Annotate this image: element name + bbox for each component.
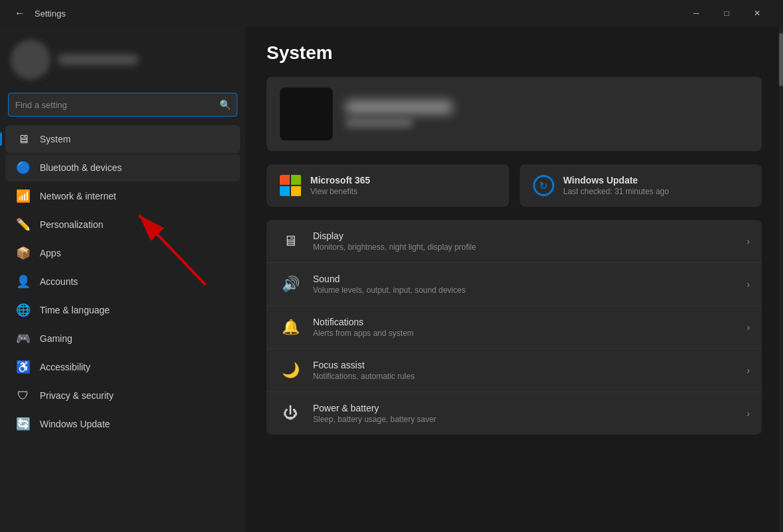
profile-card-info	[346, 101, 749, 127]
sidebar-item-network[interactable]: 📶Network & internet	[5, 182, 240, 210]
focus-subtitle: Notifications, automatic rules	[313, 372, 736, 381]
network-nav-icon: 📶	[16, 189, 30, 203]
sidebar-item-label-network: Network & internet	[40, 191, 116, 201]
settings-item-power[interactable]: ⏻ Power & battery Sleep, battery usage, …	[267, 392, 762, 435]
sidebar-item-label-accessibility: Accessibility	[40, 362, 90, 372]
notifications-chevron: ›	[747, 322, 750, 333]
back-button[interactable]: ←	[11, 4, 29, 23]
privacy-nav-icon: 🛡	[16, 388, 30, 403]
sidebar-item-system[interactable]: 🖥System	[5, 125, 240, 153]
sidebar-item-apps[interactable]: 📦Apps	[5, 239, 240, 267]
sidebar-item-accounts[interactable]: 👤Accounts	[5, 268, 240, 295]
sidebar-item-label-personalization: Personalization	[40, 219, 103, 230]
windows-update-text: Windows Update Last checked: 31 minutes …	[564, 175, 669, 196]
settings-item-sound[interactable]: 🔊 Sound Volume levels, output, input, so…	[267, 263, 762, 306]
main-layout: 🔍 🖥System🔵Bluetooth & devices📶Network & …	[0, 27, 783, 532]
app-title: Settings	[34, 9, 66, 19]
sound-title: Sound	[313, 274, 736, 284]
page-title: System	[267, 42, 762, 64]
profile-card-name	[346, 101, 452, 114]
focus-text: Focus assist Notifications, automatic ru…	[313, 360, 736, 381]
profile-card[interactable]	[267, 77, 762, 151]
quick-cards: Microsoft 365 View benefits ↻ Windows Up…	[267, 164, 762, 207]
profile-card-detail	[346, 118, 412, 127]
scrollbar-thumb	[779, 33, 783, 86]
scrollbar-track[interactable]	[779, 27, 783, 532]
power-icon: ⏻	[278, 401, 302, 425]
notifications-text: Notifications Alerts from apps and syste…	[313, 317, 736, 338]
sidebar-item-label-update: Windows Update	[40, 419, 110, 429]
content-area: System Microsoft 365 View benefits	[245, 27, 783, 532]
gaming-nav-icon: 🎮	[16, 331, 30, 346]
sound-icon: 🔊	[278, 272, 302, 296]
windows-update-card[interactable]: ↻ Windows Update Last checked: 31 minute…	[520, 164, 762, 207]
search-input[interactable]	[8, 93, 237, 117]
accounts-nav-icon: 👤	[16, 274, 30, 289]
apps-nav-icon: 📦	[16, 246, 30, 260]
focus-title: Focus assist	[313, 360, 736, 370]
windows-update-subtitle: Last checked: 31 minutes ago	[564, 187, 669, 196]
sound-text: Sound Volume levels, output, input, soun…	[313, 274, 736, 295]
search-container: 🔍	[8, 93, 237, 117]
windows-update-icon: ↻	[532, 174, 556, 197]
sidebar-item-label-gaming: Gaming	[40, 333, 72, 344]
sidebar-item-personalization[interactable]: ✏️Personalization	[5, 211, 240, 239]
power-title: Power & battery	[313, 403, 736, 413]
profile-name-blur	[58, 55, 138, 64]
maximize-button[interactable]: □	[711, 0, 742, 27]
profile-card-avatar	[280, 87, 333, 140]
sidebar-item-update[interactable]: 🔄Windows Update	[5, 410, 240, 438]
sidebar-item-gaming[interactable]: 🎮Gaming	[5, 325, 240, 352]
sidebar: 🔍 🖥System🔵Bluetooth & devices📶Network & …	[0, 27, 245, 532]
nav-list: 🖥System🔵Bluetooth & devices📶Network & in…	[0, 125, 245, 439]
focus-icon: 🌙	[278, 358, 302, 382]
display-chevron: ›	[747, 236, 750, 246]
ms365-card[interactable]: Microsoft 365 View benefits	[267, 164, 509, 207]
display-icon: 🖥	[278, 229, 302, 253]
windows-update-title: Windows Update	[564, 175, 669, 186]
close-button[interactable]: ✕	[742, 0, 772, 27]
time-nav-icon: 🌐	[16, 303, 30, 317]
titlebar: ← Settings ─ □ ✕	[0, 0, 783, 27]
focus-chevron: ›	[747, 365, 750, 376]
update-nav-icon: 🔄	[16, 417, 30, 431]
settings-list: 🖥 Display Monitors, brightness, night li…	[267, 220, 762, 435]
settings-item-display[interactable]: 🖥 Display Monitors, brightness, night li…	[267, 220, 762, 263]
sound-chevron: ›	[747, 279, 750, 290]
sidebar-item-bluetooth[interactable]: 🔵Bluetooth & devices	[5, 154, 240, 182]
notifications-title: Notifications	[313, 317, 736, 327]
display-title: Display	[313, 231, 736, 241]
ms365-title: Microsoft 365	[310, 175, 370, 186]
system-nav-icon: 🖥	[16, 132, 30, 146]
settings-item-notifications[interactable]: 🔔 Notifications Alerts from apps and sys…	[267, 306, 762, 349]
minimize-button[interactable]: ─	[681, 0, 711, 27]
settings-item-focus[interactable]: 🌙 Focus assist Notifications, automatic …	[267, 349, 762, 392]
sidebar-item-label-accounts: Accounts	[40, 276, 78, 287]
sidebar-item-label-bluetooth: Bluetooth & devices	[40, 162, 122, 173]
sidebar-item-label-time: Time & language	[40, 305, 109, 315]
personalization-nav-icon: ✏️	[16, 217, 30, 232]
sidebar-item-accessibility[interactable]: ♿Accessibility	[5, 353, 240, 381]
sidebar-item-label-privacy: Privacy & security	[40, 390, 113, 401]
sidebar-item-label-apps: Apps	[40, 248, 61, 258]
window-controls: ─ □ ✕	[681, 0, 772, 27]
power-text: Power & battery Sleep, battery usage, ba…	[313, 403, 736, 424]
avatar	[11, 40, 50, 80]
accessibility-nav-icon: ♿	[16, 360, 30, 374]
sound-subtitle: Volume levels, output, input, sound devi…	[313, 286, 736, 295]
ms365-text: Microsoft 365 View benefits	[310, 175, 370, 196]
search-icon: 🔍	[219, 99, 231, 110]
display-text: Display Monitors, brightness, night ligh…	[313, 231, 736, 252]
display-subtitle: Monitors, brightness, night light, displ…	[313, 242, 736, 252]
power-subtitle: Sleep, battery usage, battery saver	[313, 415, 736, 424]
notifications-subtitle: Alerts from apps and system	[313, 329, 736, 338]
power-chevron: ›	[747, 408, 750, 419]
sidebar-profile	[0, 27, 245, 90]
notifications-icon: 🔔	[278, 315, 302, 339]
ms365-icon	[278, 174, 302, 197]
sidebar-item-privacy[interactable]: 🛡Privacy & security	[5, 382, 240, 409]
bluetooth-nav-icon: 🔵	[16, 160, 30, 175]
sidebar-item-label-system: System	[40, 134, 71, 144]
sidebar-item-time[interactable]: 🌐Time & language	[5, 296, 240, 324]
ms365-subtitle: View benefits	[310, 187, 370, 196]
